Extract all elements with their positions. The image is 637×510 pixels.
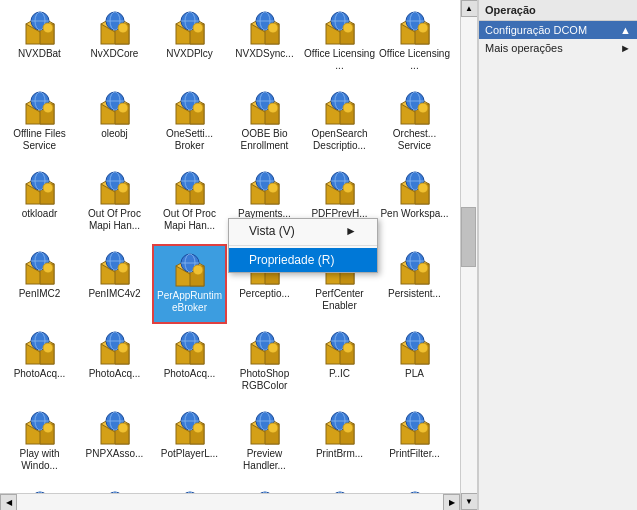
- icon-label: oleobj: [101, 128, 128, 140]
- svg-point-34: [343, 23, 353, 33]
- icon-item[interactable]: OOBE Bio Enrollment: [227, 84, 302, 164]
- icon-label: Pen Workspa...: [380, 208, 448, 220]
- icon-item[interactable]: P..IC: [302, 324, 377, 404]
- svg-point-244: [343, 423, 353, 433]
- svg-point-104: [193, 183, 203, 193]
- icon-label: Perceptio...: [239, 288, 290, 300]
- svg-point-6: [43, 23, 53, 33]
- box-icon-svg: [395, 8, 435, 48]
- right-panel-subheader[interactable]: Configuração DCOM ▲: [479, 21, 637, 39]
- svg-point-167: [418, 263, 428, 273]
- box-icon-svg: [320, 8, 360, 48]
- box-icon-svg: [395, 328, 435, 368]
- box-icon-svg: [95, 88, 135, 128]
- svg-point-237: [268, 423, 278, 433]
- icon-label: PhotoShop RGBColor: [229, 368, 300, 392]
- context-menu-propriedade[interactable]: Propriedade (R): [229, 248, 377, 272]
- icon-item[interactable]: OpenSearch Descriptio...: [302, 84, 377, 164]
- scroll-track-horizontal[interactable]: [17, 494, 443, 510]
- icon-item[interactable]: PhotoAcq...: [152, 324, 227, 404]
- icon-item[interactable]: Orchest... Service: [377, 84, 452, 164]
- box-icon-svg: [20, 88, 60, 128]
- box-icon-svg: [320, 168, 360, 208]
- svg-point-48: [43, 103, 53, 113]
- icon-item[interactable]: PenIMC2: [2, 244, 77, 324]
- scroll-thumb[interactable]: [461, 207, 476, 267]
- icon-label: Play with Windo...: [4, 448, 75, 472]
- icon-item[interactable]: Office Licensing ...: [302, 4, 377, 84]
- icon-item[interactable]: PhotoAcq...: [2, 324, 77, 404]
- icon-label: NVXDBat: [18, 48, 61, 60]
- icon-item[interactable]: PrintFilter...: [377, 404, 452, 484]
- vertical-scrollbar[interactable]: ▲ ▼: [460, 0, 477, 510]
- svg-point-223: [118, 423, 128, 433]
- box-icon-svg: [170, 328, 210, 368]
- scroll-track-vertical[interactable]: [461, 17, 477, 493]
- icon-item[interactable]: Play with Windo...: [2, 404, 77, 484]
- icon-item[interactable]: PNPXAsso...: [77, 404, 152, 484]
- icon-item[interactable]: Persistent...: [377, 244, 452, 324]
- icon-item[interactable]: PotPlayerL...: [152, 404, 227, 484]
- submenu-arrow-icon: ►: [345, 224, 357, 238]
- more-ops-arrow-icon: ►: [620, 42, 631, 54]
- icon-item[interactable]: NVXDPlcy: [152, 4, 227, 84]
- box-icon-svg: [20, 248, 60, 288]
- icon-item[interactable]: otkloadr: [2, 164, 77, 244]
- icon-item[interactable]: Out Of Proc Mapi Han...: [152, 164, 227, 244]
- box-icon-svg: [95, 248, 135, 288]
- icon-item[interactable]: Offline Files Service: [2, 84, 77, 164]
- box-icon-svg: [20, 168, 60, 208]
- icon-label: OneSetti... Broker: [154, 128, 225, 152]
- scroll-left-button[interactable]: ◀: [0, 494, 17, 511]
- svg-point-20: [193, 23, 203, 33]
- icon-item[interactable]: PhotoShop RGBColor: [227, 324, 302, 404]
- context-menu: Vista (V) ► Propriedade (R): [228, 218, 378, 273]
- box-icon-svg: [170, 168, 210, 208]
- box-icon-svg: [245, 8, 285, 48]
- scroll-down-button[interactable]: ▼: [461, 493, 478, 510]
- icon-item[interactable]: Pen Workspa...: [377, 164, 452, 244]
- svg-point-202: [343, 343, 353, 353]
- box-icon-svg: [395, 88, 435, 128]
- icon-item[interactable]: Out Of Proc Mapi Han...: [77, 164, 152, 244]
- svg-point-76: [343, 103, 353, 113]
- box-icon-svg: [95, 8, 135, 48]
- icon-item[interactable]: PhotoAcq...: [77, 324, 152, 404]
- icon-item[interactable]: PrintBrm...: [302, 404, 377, 484]
- icon-item[interactable]: NvXDCore: [77, 4, 152, 84]
- box-icon-svg: [320, 408, 360, 448]
- scroll-up-button[interactable]: ▲: [461, 0, 478, 17]
- box-icon-svg: [395, 168, 435, 208]
- icon-item[interactable]: oleobj: [77, 84, 152, 164]
- context-menu-vista-label: Vista (V): [249, 224, 295, 238]
- box-icon-svg: [20, 408, 60, 448]
- icon-label: Office Licensing ...: [304, 48, 375, 72]
- box-icon-svg: [170, 8, 210, 48]
- icon-label: PhotoAcq...: [14, 368, 66, 380]
- icon-label: PerAppRuntimeBroker: [156, 290, 223, 314]
- box-icon-svg: [395, 408, 435, 448]
- icon-item[interactable]: Preview Handler...: [227, 404, 302, 484]
- icon-item[interactable]: PenIMC4v2: [77, 244, 152, 324]
- svg-point-13: [118, 23, 128, 33]
- svg-point-209: [418, 343, 428, 353]
- icon-item[interactable]: PLA: [377, 324, 452, 404]
- icon-item[interactable]: NVXDBat: [2, 4, 77, 84]
- svg-point-139: [118, 263, 128, 273]
- svg-point-216: [43, 423, 53, 433]
- horizontal-scrollbar[interactable]: ◀ ▶: [0, 493, 460, 510]
- icon-item[interactable]: PerAppRuntimeBroker: [152, 244, 227, 324]
- scroll-right-button[interactable]: ▶: [443, 494, 460, 511]
- context-menu-propriedade-label: Propriedade (R): [249, 253, 334, 267]
- box-icon-svg: [245, 168, 285, 208]
- icon-item[interactable]: Office Licensing ...: [377, 4, 452, 84]
- context-menu-separator: [229, 245, 377, 246]
- context-menu-vista[interactable]: Vista (V) ►: [229, 219, 377, 243]
- right-panel: Operação Configuração DCOM ▲ Mais operaç…: [477, 0, 637, 510]
- svg-point-146: [193, 265, 203, 275]
- more-ops-item[interactable]: Mais operações ►: [479, 39, 637, 57]
- icon-item[interactable]: OneSetti... Broker: [152, 84, 227, 164]
- box-icon-svg: [170, 250, 210, 290]
- icon-item[interactable]: NVXDSync...: [227, 4, 302, 84]
- svg-point-69: [268, 103, 278, 113]
